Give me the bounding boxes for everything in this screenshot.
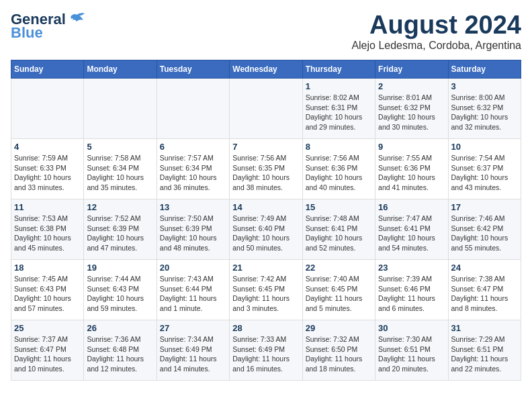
- page-subtitle: Alejo Ledesma, Cordoba, Argentina: [351, 40, 521, 52]
- day-info: Sunrise: 7:57 AMSunset: 6:34 PMDaylight:…: [160, 153, 226, 193]
- day-number: 15: [306, 202, 372, 212]
- day-info: Sunrise: 7:33 AMSunset: 6:49 PMDaylight:…: [232, 334, 299, 374]
- day-info: Sunrise: 7:58 AMSunset: 6:34 PMDaylight:…: [87, 153, 153, 193]
- day-info: Sunrise: 7:38 AMSunset: 6:47 PMDaylight:…: [451, 274, 518, 314]
- day-number: 1: [306, 81, 372, 91]
- calendar-cell: [11, 79, 84, 139]
- day-number: 12: [87, 202, 153, 212]
- calendar-cell: 19Sunrise: 7:44 AMSunset: 6:43 PMDayligh…: [84, 260, 157, 320]
- day-info: Sunrise: 8:00 AMSunset: 6:32 PMDaylight:…: [451, 93, 518, 132]
- logo-bird-icon: [67, 12, 86, 27]
- logo: General Blue: [11, 11, 86, 42]
- day-number: 23: [378, 263, 445, 273]
- calendar-week-row: 18Sunrise: 7:45 AMSunset: 6:43 PMDayligh…: [11, 260, 521, 320]
- day-number: 5: [87, 142, 153, 152]
- day-number: 17: [451, 202, 518, 212]
- day-number: 14: [232, 202, 299, 212]
- calendar-week-row: 4Sunrise: 7:59 AMSunset: 6:33 PMDaylight…: [11, 139, 521, 199]
- calendar-cell: 25Sunrise: 7:37 AMSunset: 6:47 PMDayligh…: [11, 320, 84, 381]
- day-info: Sunrise: 7:56 AMSunset: 6:35 PMDaylight:…: [232, 153, 299, 193]
- calendar-cell: 13Sunrise: 7:50 AMSunset: 6:39 PMDayligh…: [157, 199, 229, 260]
- day-number: 21: [232, 263, 299, 273]
- calendar-cell: 28Sunrise: 7:33 AMSunset: 6:49 PMDayligh…: [230, 320, 302, 381]
- day-info: Sunrise: 7:48 AMSunset: 6:41 PMDaylight:…: [306, 214, 372, 253]
- day-info: Sunrise: 7:44 AMSunset: 6:43 PMDaylight:…: [87, 274, 153, 314]
- calendar-cell: 29Sunrise: 7:32 AMSunset: 6:50 PMDayligh…: [302, 320, 375, 381]
- day-number: 11: [14, 202, 81, 212]
- calendar-cell: 14Sunrise: 7:49 AMSunset: 6:40 PMDayligh…: [230, 199, 302, 260]
- day-info: Sunrise: 7:47 AMSunset: 6:41 PMDaylight:…: [378, 214, 445, 253]
- calendar-table: SundayMondayTuesdayWednesdayThursdayFrid…: [11, 60, 521, 381]
- calendar-cell: 24Sunrise: 7:38 AMSunset: 6:47 PMDayligh…: [448, 260, 521, 320]
- calendar-cell: 6Sunrise: 7:57 AMSunset: 6:34 PMDaylight…: [157, 139, 229, 199]
- calendar-cell: 1Sunrise: 8:02 AMSunset: 6:31 PMDaylight…: [302, 79, 375, 139]
- day-info: Sunrise: 7:55 AMSunset: 6:36 PMDaylight:…: [378, 153, 445, 193]
- day-number: 20: [160, 263, 226, 273]
- day-number: 22: [306, 263, 372, 273]
- day-number: 28: [232, 323, 299, 333]
- day-number: 26: [87, 323, 153, 333]
- calendar-cell: [157, 79, 229, 139]
- calendar-cell: 4Sunrise: 7:59 AMSunset: 6:33 PMDaylight…: [11, 139, 84, 199]
- calendar-cell: 5Sunrise: 7:58 AMSunset: 6:34 PMDaylight…: [84, 139, 157, 199]
- day-info: Sunrise: 8:01 AMSunset: 6:32 PMDaylight:…: [378, 93, 445, 132]
- calendar-cell: 17Sunrise: 7:46 AMSunset: 6:42 PMDayligh…: [448, 199, 521, 260]
- header-friday: Friday: [375, 60, 448, 79]
- day-info: Sunrise: 7:42 AMSunset: 6:45 PMDaylight:…: [232, 274, 299, 314]
- day-info: Sunrise: 7:50 AMSunset: 6:39 PMDaylight:…: [160, 214, 226, 253]
- calendar-cell: 10Sunrise: 7:54 AMSunset: 6:37 PMDayligh…: [448, 139, 521, 199]
- day-info: Sunrise: 7:43 AMSunset: 6:44 PMDaylight:…: [160, 274, 226, 314]
- day-number: 3: [451, 81, 518, 91]
- header-wednesday: Wednesday: [230, 60, 302, 79]
- calendar-cell: 22Sunrise: 7:40 AMSunset: 6:45 PMDayligh…: [302, 260, 375, 320]
- header-thursday: Thursday: [302, 60, 375, 79]
- day-number: 13: [160, 202, 226, 212]
- calendar-cell: 20Sunrise: 7:43 AMSunset: 6:44 PMDayligh…: [157, 260, 229, 320]
- calendar-week-row: 1Sunrise: 8:02 AMSunset: 6:31 PMDaylight…: [11, 79, 521, 139]
- calendar-cell: 11Sunrise: 7:53 AMSunset: 6:38 PMDayligh…: [11, 199, 84, 260]
- day-info: Sunrise: 7:56 AMSunset: 6:36 PMDaylight:…: [306, 153, 372, 193]
- day-number: 9: [378, 142, 445, 152]
- day-info: Sunrise: 7:37 AMSunset: 6:47 PMDaylight:…: [14, 334, 81, 374]
- day-info: Sunrise: 7:53 AMSunset: 6:38 PMDaylight:…: [14, 214, 81, 253]
- day-number: 31: [451, 323, 518, 333]
- day-info: Sunrise: 7:34 AMSunset: 6:49 PMDaylight:…: [160, 334, 226, 374]
- calendar-week-row: 25Sunrise: 7:37 AMSunset: 6:47 PMDayligh…: [11, 320, 521, 381]
- day-info: Sunrise: 7:45 AMSunset: 6:43 PMDaylight:…: [14, 274, 81, 314]
- calendar-cell: [84, 79, 157, 139]
- calendar-cell: 21Sunrise: 7:42 AMSunset: 6:45 PMDayligh…: [230, 260, 302, 320]
- day-info: Sunrise: 7:54 AMSunset: 6:37 PMDaylight:…: [451, 153, 518, 193]
- calendar-cell: 12Sunrise: 7:52 AMSunset: 6:39 PMDayligh…: [84, 199, 157, 260]
- day-info: Sunrise: 7:30 AMSunset: 6:51 PMDaylight:…: [378, 334, 445, 374]
- day-number: 30: [378, 323, 445, 333]
- day-number: 4: [14, 142, 81, 152]
- day-number: 29: [306, 323, 372, 333]
- day-number: 19: [87, 263, 153, 273]
- day-number: 16: [378, 202, 445, 212]
- day-number: 27: [160, 323, 226, 333]
- calendar-cell: 9Sunrise: 7:55 AMSunset: 6:36 PMDaylight…: [375, 139, 448, 199]
- day-info: Sunrise: 7:46 AMSunset: 6:42 PMDaylight:…: [451, 214, 518, 253]
- day-info: Sunrise: 7:52 AMSunset: 6:39 PMDaylight:…: [87, 214, 153, 253]
- calendar-cell: [230, 79, 302, 139]
- calendar-cell: 8Sunrise: 7:56 AMSunset: 6:36 PMDaylight…: [302, 139, 375, 199]
- calendar-header-row: SundayMondayTuesdayWednesdayThursdayFrid…: [11, 60, 521, 79]
- header-tuesday: Tuesday: [157, 60, 229, 79]
- logo-blue: Blue: [11, 24, 43, 42]
- calendar-cell: 26Sunrise: 7:36 AMSunset: 6:48 PMDayligh…: [84, 320, 157, 381]
- header-saturday: Saturday: [448, 60, 521, 79]
- day-number: 10: [451, 142, 518, 152]
- calendar-cell: 18Sunrise: 7:45 AMSunset: 6:43 PMDayligh…: [11, 260, 84, 320]
- header-sunday: Sunday: [11, 60, 84, 79]
- calendar-cell: 23Sunrise: 7:39 AMSunset: 6:46 PMDayligh…: [375, 260, 448, 320]
- day-number: 8: [306, 142, 372, 152]
- day-info: Sunrise: 8:02 AMSunset: 6:31 PMDaylight:…: [306, 93, 372, 132]
- calendar-cell: 15Sunrise: 7:48 AMSunset: 6:41 PMDayligh…: [302, 199, 375, 260]
- day-info: Sunrise: 7:29 AMSunset: 6:51 PMDaylight:…: [451, 334, 518, 374]
- day-info: Sunrise: 7:40 AMSunset: 6:45 PMDaylight:…: [306, 274, 372, 314]
- day-info: Sunrise: 7:59 AMSunset: 6:33 PMDaylight:…: [14, 153, 81, 193]
- calendar-cell: 30Sunrise: 7:30 AMSunset: 6:51 PMDayligh…: [375, 320, 448, 381]
- calendar-cell: 2Sunrise: 8:01 AMSunset: 6:32 PMDaylight…: [375, 79, 448, 139]
- page-title: August 2024: [351, 11, 521, 40]
- day-number: 24: [451, 263, 518, 273]
